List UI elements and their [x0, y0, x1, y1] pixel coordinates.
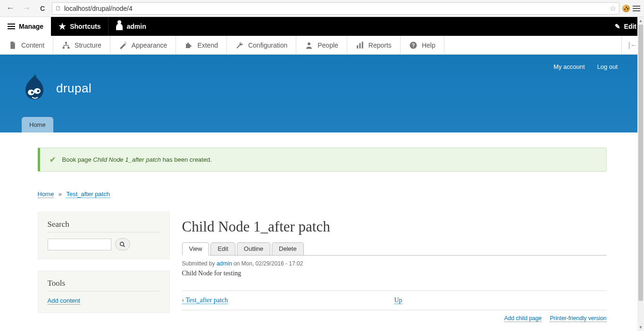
svg-point-1 — [63, 47, 65, 49]
nav-people-label: People — [318, 41, 338, 49]
nav-help-label: Help — [422, 41, 435, 49]
browser-chrome: ← → C 🗋 ☆ — [0, 0, 644, 17]
printer-friendly-link[interactable]: Printer-friendly version — [550, 315, 606, 322]
edit-label: Edit — [624, 23, 636, 30]
status-message: ✔ Book page Child Node 1_after patch has… — [38, 148, 607, 172]
status-text: Book page Child Node 1_after patch has b… — [62, 156, 212, 163]
user-icon — [116, 24, 123, 30]
nav-content[interactable]: Content — [0, 36, 53, 54]
main-content: Child Node 1_after patch View Edit Outli… — [182, 212, 607, 331]
nav-configuration-label: Configuration — [248, 41, 287, 49]
nav-content-label: Content — [21, 41, 44, 49]
file-icon — [8, 41, 17, 50]
tools-heading: Tools — [48, 279, 160, 291]
tab-view[interactable]: View — [182, 242, 209, 256]
star-icon: ★ — [59, 21, 66, 32]
submitted-info: Submitted by admin on Mon, 02/29/2016 - … — [182, 260, 607, 267]
hierarchy-icon — [62, 41, 70, 50]
pencil-icon: ✎ — [615, 23, 620, 30]
tools-block: Tools Add content — [38, 271, 170, 313]
svg-point-13 — [120, 242, 124, 246]
admin-toolbar: Manage ★ Shortcuts admin ✎ Edit — [0, 17, 644, 36]
author-link[interactable]: admin — [217, 260, 232, 267]
wand-icon — [119, 41, 127, 50]
nav-configuration[interactable]: Configuration — [227, 36, 296, 54]
search-icon — [119, 241, 125, 248]
nav-extend-label: Extend — [197, 41, 218, 49]
scroll-up-icon[interactable]: ▲ — [637, 17, 644, 25]
search-button[interactable] — [115, 238, 130, 250]
add-content-link[interactable]: Add content — [48, 297, 80, 305]
local-tabs: View Edit Outline Delete — [182, 242, 607, 256]
shortcuts-label: Shortcuts — [70, 23, 100, 30]
svg-point-0 — [65, 41, 67, 44]
svg-point-3 — [308, 42, 310, 45]
svg-rect-5 — [359, 43, 360, 48]
svg-rect-6 — [362, 41, 363, 48]
wrench-icon — [235, 41, 244, 50]
node-links: Add child page Printer-friendly version — [182, 310, 607, 331]
search-block: Search — [38, 212, 170, 259]
search-input[interactable] — [48, 239, 111, 250]
scroll-down-icon[interactable]: ▼ — [637, 323, 644, 331]
breadcrumb-home[interactable]: Home — [38, 190, 54, 198]
nav-appearance[interactable]: Appearance — [110, 36, 176, 54]
question-icon: ? — [409, 41, 418, 50]
svg-text:?: ? — [412, 42, 415, 48]
shortcuts-link[interactable]: ★ Shortcuts — [51, 17, 108, 36]
nav-structure[interactable]: Structure — [53, 36, 110, 54]
site-header: My account Log out drupal Home — [0, 55, 644, 132]
nav-extend[interactable]: Extend — [176, 36, 227, 54]
nav-reports-label: Reports — [368, 41, 392, 49]
url-input[interactable] — [64, 5, 607, 12]
drupal-logo[interactable] — [22, 74, 48, 103]
book-nav-prev[interactable]: ‹ Test_after patch — [182, 297, 228, 304]
page-icon: 🗋 — [55, 5, 61, 12]
breadcrumb: Home » Test_after patch — [38, 190, 607, 198]
back-button[interactable]: ← — [4, 2, 17, 15]
node-body: Child Node for testing — [182, 270, 607, 277]
scrollbar-thumb[interactable] — [638, 25, 643, 301]
logout-link[interactable]: Log out — [597, 63, 618, 70]
breadcrumb-test[interactable]: Test_after patch — [66, 190, 110, 198]
nav-appearance-label: Appearance — [132, 41, 167, 49]
puzzle-icon — [184, 41, 193, 50]
nav-reports[interactable]: Reports — [347, 36, 401, 54]
extension-icon[interactable] — [622, 5, 630, 12]
manage-label: Manage — [19, 23, 43, 30]
sidebar: Search Tools Add content — [38, 212, 170, 313]
browser-menu-icon[interactable] — [633, 6, 640, 11]
hamburger-icon — [8, 24, 15, 29]
reload-button[interactable]: C — [36, 2, 49, 15]
page-title: Child Node 1_after patch — [182, 218, 607, 235]
my-account-link[interactable]: My account — [553, 63, 585, 70]
tab-delete[interactable]: Delete — [272, 242, 304, 256]
tab-home[interactable]: Home — [22, 117, 53, 132]
scrollbar[interactable]: ▲ ▼ — [637, 17, 644, 331]
url-bar[interactable]: 🗋 ☆ — [52, 2, 619, 15]
admin-user-link[interactable]: admin — [108, 17, 153, 36]
svg-rect-4 — [357, 45, 358, 49]
person-icon — [305, 41, 313, 50]
breadcrumb-separator: » — [59, 190, 62, 198]
admin-user-label: admin — [126, 23, 146, 30]
bookmark-star-icon[interactable]: ☆ — [610, 4, 616, 13]
user-menu: My account Log out — [553, 63, 618, 70]
book-nav-up[interactable]: Up — [394, 297, 402, 304]
admin-subtoolbar: Content Structure Appearance Extend Conf… — [0, 36, 644, 55]
site-name[interactable]: drupal — [56, 81, 92, 96]
manage-toggle[interactable]: Manage — [0, 17, 51, 36]
svg-point-2 — [67, 47, 70, 49]
svg-point-11 — [31, 91, 33, 94]
nav-help[interactable]: ? Help — [401, 36, 444, 54]
add-child-page-link[interactable]: Add child page — [504, 315, 542, 322]
nav-people[interactable]: People — [296, 36, 347, 54]
bars-icon — [356, 41, 364, 50]
search-heading: Search — [48, 220, 160, 232]
check-icon: ✔ — [50, 155, 56, 164]
forward-button[interactable]: → — [20, 2, 33, 15]
tab-edit[interactable]: Edit — [210, 242, 235, 256]
tab-outline[interactable]: Outline — [237, 242, 270, 256]
svg-point-12 — [37, 90, 40, 92]
nav-structure-label: Structure — [75, 41, 101, 49]
